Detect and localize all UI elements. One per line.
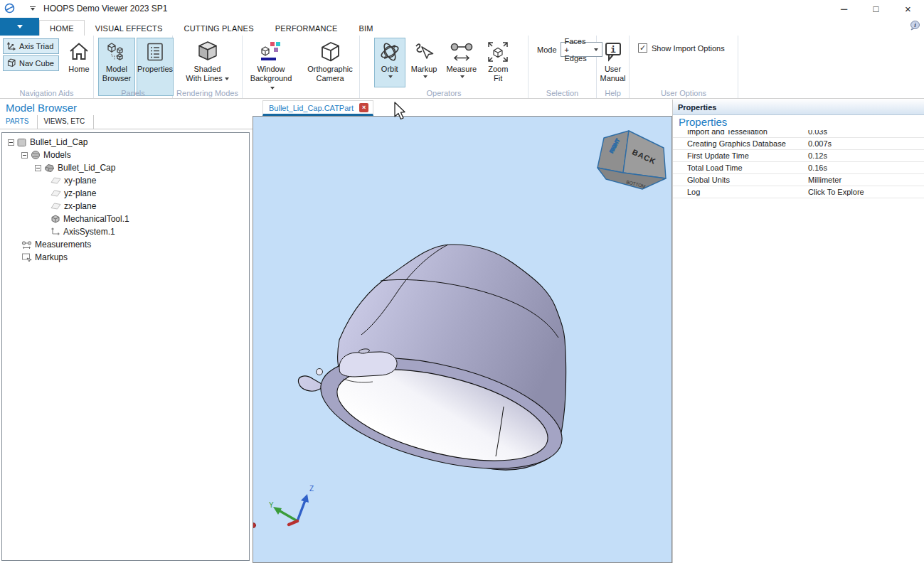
- zoom-fit-button[interactable]: Zoom Fit: [482, 38, 514, 87]
- tree-collapse-toggle[interactable]: [8, 139, 14, 146]
- tree-item-label: Bullet_Lid_Cap: [58, 163, 115, 173]
- tree-item-axis-system[interactable]: AxisSystem.1: [2, 225, 249, 238]
- property-label: Creating Graphics Database: [673, 139, 786, 148]
- part-icon: [44, 163, 55, 173]
- window-background-label: Window Background: [248, 65, 294, 92]
- tab-visual-effects[interactable]: VISUAL EFFECTS: [85, 20, 174, 36]
- group-selection: Mode Faces + Edges Selection: [529, 36, 597, 98]
- tree-collapse-toggle[interactable]: [21, 152, 28, 159]
- group-label-panels: Panels: [94, 89, 172, 97]
- tab-cutting-planes[interactable]: CUTTING PLANES: [174, 20, 265, 36]
- properties-button[interactable]: Properties: [137, 38, 174, 96]
- close-button[interactable]: ×: [892, 0, 924, 17]
- group-label-rendering-modes: Rendering Modes: [173, 89, 242, 97]
- maximize-button[interactable]: □: [860, 0, 892, 17]
- tree-item-mechanical-tool[interactable]: MechanicalTool.1: [2, 213, 249, 225]
- home-button[interactable]: Home: [60, 38, 97, 83]
- nav-cube-button[interactable]: Nav Cube: [3, 55, 59, 71]
- markup-button[interactable]: Markup: [408, 38, 441, 87]
- tab-performance[interactable]: PERFORMANCE: [265, 20, 349, 36]
- 3d-scene: RIGHT BACK BOTTOM Y Z: [253, 117, 671, 562]
- properties-panel-header[interactable]: Properties: [673, 100, 924, 115]
- markup-label: Markup: [411, 65, 437, 74]
- shaded-with-lines-button[interactable]: Shaded With Lines: [176, 38, 239, 96]
- orbit-label: Orbit: [381, 65, 398, 74]
- tree-item-root[interactable]: Bullet_Lid_Cap: [2, 136, 249, 149]
- tab-parts[interactable]: PARTS: [0, 115, 38, 129]
- minimize-button[interactable]: ─: [828, 0, 860, 17]
- orbit-button[interactable]: Orbit: [374, 38, 405, 87]
- markup-icon: [412, 40, 436, 64]
- orthographic-camera-icon: [317, 40, 343, 64]
- measure-label: Measure: [446, 65, 477, 74]
- selection-mode-dropdown[interactable]: Faces + Edges: [561, 42, 602, 57]
- group-help: i User Manual Help: [597, 36, 630, 98]
- show-import-options-checkbox[interactable]: ✓: [638, 43, 647, 53]
- tree-item-markups[interactable]: Markups: [2, 251, 249, 264]
- mouse-cursor: [394, 102, 407, 123]
- nav-cube-icon: [6, 58, 16, 69]
- markups-icon: [21, 252, 32, 262]
- user-manual-label: User Manual: [600, 65, 625, 83]
- tree-item-part[interactable]: Bullet_Lid_Cap: [2, 161, 249, 174]
- axis-triad-button[interactable]: Axis Triad: [3, 38, 59, 54]
- model-bullet-lid-cap: [299, 245, 573, 490]
- tree-item-zx-plane[interactable]: zx-plane: [2, 200, 249, 213]
- tree-item-label: xy-plane: [64, 176, 96, 186]
- tree-collapse-toggle[interactable]: [35, 165, 41, 171]
- orthographic-camera-label: Orthographic Camera: [307, 65, 353, 83]
- dropdown-caret-icon: [388, 75, 393, 78]
- tree-item-yz-plane[interactable]: yz-plane: [2, 187, 249, 200]
- properties-table: Import and Tessellation 0.03s Creating G…: [673, 126, 924, 198]
- dropdown-caret-icon: [270, 87, 275, 90]
- property-value[interactable]: Click To Explore: [808, 188, 864, 196]
- tree-item-label: zx-plane: [64, 201, 96, 211]
- properties-label: Properties: [137, 65, 173, 74]
- tab-home[interactable]: HOME: [39, 20, 85, 36]
- property-row: Total Load Time 0.16s: [673, 162, 924, 174]
- group-label-user-options: User Options: [630, 89, 738, 97]
- document-tab-label: Bullet_Lid_Cap.CATPart: [269, 104, 354, 112]
- tree-item-measurements[interactable]: Measurements: [2, 238, 249, 251]
- axis-y-label: Y: [269, 501, 274, 509]
- shaded-cube-icon: [196, 40, 220, 64]
- application-menu-button[interactable]: [0, 18, 39, 36]
- model-browser-button[interactable]: Model Browser: [98, 38, 135, 96]
- property-label: First Update Time: [673, 151, 749, 160]
- measurements-icon: [21, 240, 32, 250]
- property-value: 0.12s: [808, 151, 827, 160]
- document-tabbar: Bullet_Lid_Cap.CATPart ×: [253, 100, 672, 116]
- info-icon[interactable]: i: [909, 20, 920, 34]
- dropdown-caret-icon: [225, 77, 229, 80]
- tree-item-xy-plane[interactable]: xy-plane: [2, 174, 249, 187]
- user-manual-button[interactable]: i User Manual: [598, 38, 629, 96]
- property-value: 0.16s: [808, 163, 827, 172]
- model-tree: Bullet_Lid_Cap Models Bullet_Lid_Cap: [1, 132, 250, 561]
- tree-item-label: Measurements: [35, 240, 91, 250]
- tree-item-models[interactable]: Models: [2, 149, 249, 161]
- cube-icon: [51, 214, 60, 224]
- mode-value: Faces + Edges: [565, 37, 587, 63]
- group-label-help: Help: [597, 89, 629, 97]
- ribbon-tabrow: HOME VISUAL EFFECTS CUTTING PLANES PERFO…: [0, 17, 924, 36]
- tab-views-etc[interactable]: VIEWS, ETC: [38, 115, 94, 129]
- window-background-button[interactable]: Window Background: [244, 38, 298, 96]
- close-tab-button[interactable]: ×: [359, 103, 368, 112]
- nav-cube: RIGHT BACK BOTTOM: [598, 131, 666, 189]
- orthographic-camera-button[interactable]: Orthographic Camera: [302, 38, 358, 96]
- tree-item-label: MechanicalTool.1: [63, 214, 129, 224]
- tab-bim[interactable]: BIM: [348, 20, 383, 36]
- quick-access-menu[interactable]: [28, 6, 38, 11]
- measure-button[interactable]: Measure: [442, 38, 480, 87]
- viewport-area: Bullet_Lid_Cap.CATPart ×: [253, 100, 672, 563]
- window-title: HOOPS Demo Viewer 2023 SP1: [43, 4, 168, 14]
- property-label: Global Units: [673, 176, 730, 184]
- properties-title: Properties: [673, 115, 924, 130]
- model-browser-tabs: PARTS VIEWS, ETC: [0, 115, 253, 129]
- ribbon: Axis Triad Nav Cube Home Navigat: [0, 36, 924, 99]
- property-row: First Update Time 0.12s: [673, 150, 924, 162]
- property-row-log[interactable]: Log Click To Explore: [673, 186, 924, 198]
- axis-system-icon: [51, 227, 60, 237]
- viewport-canvas[interactable]: RIGHT BACK BOTTOM Y Z: [253, 116, 672, 563]
- document-tab[interactable]: Bullet_Lid_Cap.CATPart ×: [262, 100, 373, 116]
